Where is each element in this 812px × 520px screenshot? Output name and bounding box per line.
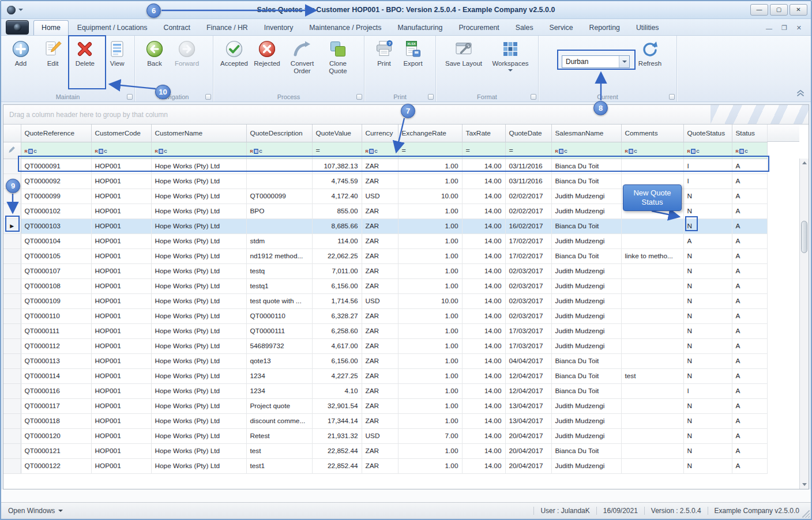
cell-comments[interactable] bbox=[621, 323, 683, 338]
open-windows-button[interactable]: Open Windows bbox=[1, 507, 63, 515]
cell-currency[interactable]: ZAR bbox=[362, 323, 398, 338]
cell-quotereference[interactable]: QT0000103 bbox=[21, 218, 91, 233]
cell-salesmanname[interactable]: Judith Mudzengi bbox=[551, 308, 621, 323]
cell-salesmanname[interactable]: Bianca Du Toit bbox=[551, 443, 621, 458]
cell-salesmanname[interactable]: Bianca Du Toit bbox=[551, 218, 621, 233]
cell-quotestatus[interactable]: N bbox=[683, 413, 732, 428]
cell-quotevalue[interactable]: 21,931.32 bbox=[312, 428, 362, 443]
delete-button[interactable]: Delete bbox=[69, 37, 102, 67]
cell-comments[interactable] bbox=[621, 398, 683, 413]
cell-quotedate[interactable]: 17/02/2017 bbox=[505, 233, 551, 248]
cell-exchangerate[interactable]: 1.00 bbox=[398, 383, 462, 398]
cell-customername[interactable]: Hope Works (Pty) Ltd bbox=[151, 293, 246, 308]
cell-quotedate[interactable]: 12/04/2017 bbox=[505, 383, 551, 398]
cell-quotedate[interactable]: 13/04/2017 bbox=[505, 413, 551, 428]
cell-customercode[interactable]: HOP001 bbox=[91, 308, 151, 323]
group-by-panel[interactable]: Drag a column header here to group by th… bbox=[3, 105, 809, 125]
quote-row-QT0000111[interactable]: QT0000111HOP001Hope Works (Pty) LtdQT000… bbox=[3, 323, 767, 338]
cell-quotestatus[interactable]: N bbox=[683, 323, 732, 338]
add-button[interactable]: Add bbox=[5, 37, 37, 67]
accepted-button[interactable]: Accepted bbox=[218, 37, 250, 67]
filter-cell-taxrate[interactable]: = bbox=[462, 142, 505, 159]
cell-salesmanname[interactable]: Bianca Du Toit bbox=[551, 174, 621, 189]
cell-salesmanname[interactable]: Judith Mudzengi bbox=[551, 323, 621, 338]
cell-customercode[interactable]: HOP001 bbox=[91, 218, 151, 233]
column-header-status[interactable]: Status bbox=[732, 125, 767, 142]
workspaces-button[interactable]: Workspaces bbox=[487, 37, 534, 71]
cell-currency[interactable]: ZAR bbox=[362, 383, 398, 398]
scroll-thumb[interactable] bbox=[801, 221, 807, 253]
cell-comments[interactable]: test bbox=[621, 368, 683, 383]
cell-quotedate[interactable]: 16/02/2017 bbox=[505, 218, 551, 233]
cell-comments[interactable] bbox=[621, 189, 683, 204]
cell-taxrate[interactable]: 14.00 bbox=[462, 353, 505, 368]
cell-quotestatus[interactable]: N bbox=[683, 263, 732, 278]
cell-quotedate[interactable]: 20/04/2017 bbox=[505, 443, 551, 458]
qat-dropdown-icon[interactable] bbox=[18, 9, 23, 11]
cell-quotedate[interactable]: 02/03/2017 bbox=[505, 278, 551, 293]
cell-quotereference[interactable]: QT0000091 bbox=[21, 159, 91, 174]
collapse-ribbon-button[interactable] bbox=[796, 89, 805, 99]
cell-comments[interactable] bbox=[621, 458, 683, 473]
cell-quotereference[interactable]: QT0000111 bbox=[21, 323, 91, 338]
cell-taxrate[interactable]: 14.00 bbox=[462, 204, 505, 218]
cell-currency[interactable]: USD bbox=[362, 293, 398, 308]
cell-currency[interactable]: USD bbox=[362, 189, 398, 204]
cell-comments[interactable] bbox=[621, 413, 683, 428]
cell-customername[interactable]: Hope Works (Pty) Ltd bbox=[151, 323, 246, 338]
tab-reporting[interactable]: Reporting bbox=[582, 21, 627, 35]
quote-row-QT0000107[interactable]: QT0000107HOP001Hope Works (Pty) Ltdtestq… bbox=[3, 263, 767, 278]
cell-comments[interactable] bbox=[621, 308, 683, 323]
filter-cell-quotedescription[interactable]: RBC bbox=[246, 142, 312, 159]
cell-exchangerate[interactable]: 1.00 bbox=[398, 443, 462, 458]
filter-cell-quotestatus[interactable]: RBC bbox=[683, 142, 732, 159]
dialog-launcher-icon[interactable] bbox=[428, 94, 434, 100]
cell-customercode[interactable]: HOP001 bbox=[91, 443, 151, 458]
cell-quotevalue[interactable]: 4,745.59 bbox=[312, 174, 362, 189]
cell-salesmanname[interactable]: Bianca Du Toit bbox=[551, 159, 621, 174]
filter-cell-quotedate[interactable]: = bbox=[505, 142, 551, 159]
cell-quotedescription[interactable]: test1 bbox=[246, 458, 312, 473]
cell-salesmanname[interactable]: Judith Mudzengi bbox=[551, 413, 621, 428]
cell-taxrate[interactable]: 14.00 bbox=[462, 248, 505, 263]
mdi-restore-button[interactable]: ❐ bbox=[781, 24, 787, 32]
quote-row-QT0000117[interactable]: QT0000117HOP001Hope Works (Pty) LtdProje… bbox=[3, 398, 767, 413]
cell-quotevalue[interactable]: 114.00 bbox=[312, 233, 362, 248]
cell-status[interactable]: A bbox=[732, 204, 767, 218]
cell-quotedate[interactable]: 17/02/2017 bbox=[505, 248, 551, 263]
cell-customername[interactable]: Hope Works (Pty) Ltd bbox=[151, 278, 246, 293]
cell-customername[interactable]: Hope Works (Pty) Ltd bbox=[151, 308, 246, 323]
cell-quotedate[interactable]: 02/03/2017 bbox=[505, 308, 551, 323]
quote-row-QT0000120[interactable]: QT0000120HOP001Hope Works (Pty) LtdRetes… bbox=[3, 428, 767, 443]
cell-quotestatus[interactable]: N bbox=[683, 218, 732, 233]
tab-finance-hr[interactable]: Finance / HR bbox=[199, 21, 255, 35]
cell-salesmanname[interactable]: Judith Mudzengi bbox=[551, 338, 621, 353]
cell-currency[interactable]: ZAR bbox=[362, 338, 398, 353]
cell-status[interactable]: A bbox=[732, 413, 767, 428]
export-button[interactable]: XLSX Export bbox=[398, 37, 428, 67]
cell-quotereference[interactable]: QT0000122 bbox=[21, 458, 91, 473]
quote-row-QT0000092[interactable]: QT0000092HOP001Hope Works (Pty) Ltd4,745… bbox=[3, 174, 767, 189]
cell-comments[interactable] bbox=[621, 159, 683, 174]
cell-customercode[interactable]: HOP001 bbox=[91, 398, 151, 413]
cell-exchangerate[interactable]: 1.00 bbox=[398, 159, 462, 174]
cell-quotestatus[interactable]: N bbox=[683, 338, 732, 353]
workspaces-dropdown-icon[interactable] bbox=[508, 69, 513, 71]
maximize-button[interactable]: ▢ bbox=[770, 4, 788, 16]
cell-quotereference[interactable]: QT0000117 bbox=[21, 398, 91, 413]
quote-row-QT0000108[interactable]: QT0000108HOP001Hope Works (Pty) Ltdtestq… bbox=[3, 278, 767, 293]
cell-quotereference[interactable]: QT0000120 bbox=[21, 428, 91, 443]
cell-exchangerate[interactable]: 1.00 bbox=[398, 413, 462, 428]
cell-customercode[interactable]: HOP001 bbox=[91, 248, 151, 263]
cell-quotestatus[interactable]: I bbox=[683, 159, 732, 174]
cell-currency[interactable]: ZAR bbox=[362, 204, 398, 218]
cell-exchangerate[interactable]: 1.00 bbox=[398, 323, 462, 338]
cell-exchangerate[interactable]: 1.00 bbox=[398, 278, 462, 293]
cell-currency[interactable]: ZAR bbox=[362, 308, 398, 323]
cell-exchangerate[interactable]: 1.00 bbox=[398, 368, 462, 383]
cell-quotereference[interactable]: QT0000116 bbox=[21, 383, 91, 398]
cell-customercode[interactable]: HOP001 bbox=[91, 233, 151, 248]
cell-exchangerate[interactable]: 1.00 bbox=[398, 248, 462, 263]
combo-dropdown-button[interactable] bbox=[619, 56, 629, 67]
cell-status[interactable]: A bbox=[732, 248, 767, 263]
